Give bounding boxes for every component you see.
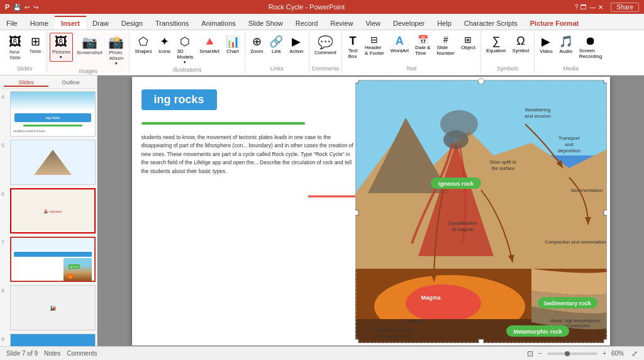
slide-info: Slide 7 of 9 [6,350,38,357]
svg-text:of magma: of magma [452,227,473,232]
slide-thumb-8[interactable]: 8 🚂 [1,285,96,330]
status-bar: Slide 7 of 9 Notes Comments ⊡ − + 60% ⤢ [0,346,644,360]
smartart-button[interactable]: 🔺SmartArt [197,33,222,56]
ribbon-group-media: ▶Video 🎵Audio ⏺ScreenRecording Media [535,31,607,73]
svg-text:Sedimentation: Sedimentation [570,188,602,193]
tab-record[interactable]: Record [289,17,324,30]
minimize-icon[interactable]: — [589,4,596,11]
svg-rect-15 [604,80,607,83]
date-time-button[interactable]: 📅Date &Time [413,33,433,65]
slide-thumb-6[interactable]: 6 🌋 volcano [1,188,96,233]
svg-text:Magma: Magma [421,295,441,301]
slide-thumb-5[interactable]: 5 [1,140,96,185]
link-button[interactable]: 🔗Link [267,33,286,65]
svg-text:crust and mantle: crust and mantle [375,334,410,339]
fit-page-button[interactable]: ⤢ [631,349,638,358]
close-icon[interactable]: ✕ [598,4,603,11]
share-button[interactable]: Share [611,3,639,12]
shapes-button[interactable]: ⬠Shapes [132,33,154,56]
tab-review[interactable]: Review [324,17,359,30]
help-icon[interactable]: ? [575,4,579,11]
slide-number-button[interactable]: #SlideNumber [434,33,457,65]
slide-body-text: students need to know, the movement of t… [142,133,355,176]
slide-panel: Slides Outline 4 ing rocks students need… [0,76,97,346]
ribbon-group-images: 🖼 Pictures ▾ 📷 Screenshot 📸 PhotoAlbum ▾… [47,31,130,73]
tab-help[interactable]: Help [431,17,458,30]
tab-home[interactable]: Home [24,17,55,30]
tab-character-scripts[interactable]: Character Scripts [458,17,524,30]
slide-thumb-7[interactable]: 7 Igneous M [1,237,96,282]
svg-text:Magma from molten: Magma from molten [372,327,414,333]
zoom-button[interactable]: ⊕Zoom [248,33,265,65]
tab-developer[interactable]: Developer [387,17,431,30]
rock-cycle-diagram: Weathering and erosion Transport and dep… [355,80,607,343]
tab-picture-format[interactable]: Picture Format [524,17,586,30]
tab-insert[interactable]: Insert [55,16,86,30]
action-button[interactable]: ▶Action [287,33,306,65]
zoom-level: 60% [611,350,624,357]
ribbon-group-illustrations: ⬠Shapes ✦Icons ⬡3DModels▾ 🔺SmartArt 📊Cha… [130,31,245,73]
slide-thumb-4[interactable]: 4 ing rocks students need to know... [1,91,96,137]
svg-text:and: and [565,142,573,147]
tab-file[interactable]: File [0,17,24,30]
svg-text:deposition: deposition [557,148,580,154]
slide-area: ing rocks students need to know, the mov… [97,76,644,346]
object-button[interactable]: ⊞Object [458,33,478,65]
svg-text:Melting: Melting [407,318,423,323]
ribbon-group-symbols: ∑Equation ΩSymbol Symbols [481,31,535,73]
comments-button[interactable]: Comments [67,350,97,357]
zoom-minus[interactable]: − [538,350,542,357]
header-footer-button[interactable]: ⊟Header& Footer [362,33,387,65]
equation-button[interactable]: ∑Equation [484,33,509,65]
slide-thumb-9[interactable]: 9 Content here... [1,334,96,346]
screenshot-button[interactable]: 📷 Screenshot [74,33,104,57]
app-title: Rock Cycle - PowerPoint [269,3,345,11]
tab-design[interactable]: Design [115,17,149,30]
tab-draw[interactable]: Draw [86,17,115,30]
svg-text:Compaction and cementation: Compaction and cementation [545,239,606,245]
symbol-button[interactable]: ΩSymbol [510,33,532,65]
tab-slideshow[interactable]: Slide Show [242,17,289,30]
outline-tab[interactable]: Outline [48,79,93,87]
svg-text:Crystallization: Crystallization [447,220,477,226]
quick-access-save[interactable]: 💾 [13,4,21,11]
svg-text:Burial, high temperatures: Burial, high temperatures [550,318,600,323]
zoom-slider[interactable] [547,352,597,355]
svg-text:the surface: the surface [491,166,514,171]
photo-album-button[interactable]: 📸 PhotoAlbum ▾ [106,33,126,68]
video-button[interactable]: ▶Video [537,33,555,65]
screen-recording-button[interactable]: ⏺ScreenRecording [577,33,604,65]
wordart-button[interactable]: AWordArt [388,33,411,65]
text-box-button[interactable]: TTextBox [345,33,361,65]
new-slide-button[interactable]: 🖼 NewSlide [5,33,25,62]
svg-point-8 [440,110,478,138]
svg-rect-20 [355,210,358,215]
chart-button[interactable]: 📊Chart [223,33,242,56]
fit-button[interactable]: ⊡ [527,349,533,358]
svg-rect-19 [479,339,484,343]
slides-tab[interactable]: Slides [4,79,48,87]
zoom-plus[interactable]: + [602,350,606,357]
svg-text:Weathering: Weathering [525,107,550,113]
ribbon-group-text: TTextBox ⊟Header& Footer AWordArt 📅Date … [342,31,481,73]
notes-button[interactable]: Notes [44,350,60,357]
svg-text:Slow uplift to: Slow uplift to [489,159,516,165]
pictures-button[interactable]: 🖼 Pictures ▾ [50,33,73,62]
comment-button[interactable]: 💬Comment [312,33,340,57]
tab-animations[interactable]: Animations [195,17,242,30]
restore-icon[interactable]: 🗖 [580,4,587,11]
tab-transitions[interactable]: Transitions [149,17,195,30]
audio-button[interactable]: 🎵Audio [557,33,575,65]
3d-models-button[interactable]: ⬡3DModels▾ [175,33,196,67]
tab-view[interactable]: View [359,17,387,30]
icons-button[interactable]: ✦Icons [156,33,174,56]
table-button[interactable]: ⊞ Table [26,33,44,56]
svg-rect-21 [604,210,607,215]
svg-rect-17 [604,339,607,343]
svg-text:and erosion: and erosion [525,113,551,119]
svg-text:Metamorphic rock: Metamorphic rock [513,329,563,335]
slide-title-bar: ing rocks [142,89,217,110]
quick-access-redo[interactable]: ↪ [33,4,38,11]
slide-canvas[interactable]: ing rocks students need to know, the mov… [132,77,610,346]
quick-access-undo[interactable]: ↩ [25,4,30,11]
